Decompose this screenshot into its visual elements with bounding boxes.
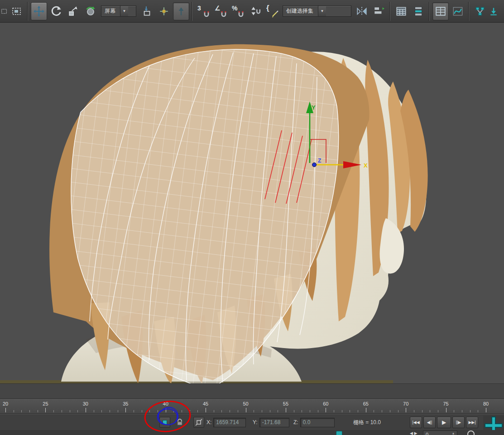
spinner-snap-toggle-icon[interactable]	[247, 2, 263, 20]
minor-tick	[414, 410, 414, 412]
x-coordinate-input[interactable]: 1659.714	[213, 418, 246, 427]
chevron-down-icon[interactable]: ▼	[318, 6, 326, 16]
major-tick	[86, 408, 86, 412]
y-coordinate-input[interactable]: -171.68	[259, 418, 289, 427]
rectangular-selection-region-icon[interactable]	[9, 2, 25, 20]
absolute-mode-group	[193, 414, 204, 430]
minor-tick	[278, 410, 278, 412]
ribbon-toggle-icon[interactable]	[432, 2, 449, 20]
frame-number-label: 75	[443, 401, 448, 406]
minor-tick	[182, 410, 182, 412]
circled-toggle-group	[159, 414, 170, 430]
frame-number-label: 80	[483, 401, 489, 406]
minor-tick	[173, 410, 174, 412]
key-step-arrows-icon[interactable]: ◀ ▶	[410, 431, 417, 435]
frame-number-label: 40	[163, 401, 168, 406]
grid-size-text: 栅格 = 10.0	[353, 419, 381, 426]
select-object-icon[interactable]	[0, 2, 8, 20]
minor-tick	[197, 410, 198, 412]
go-to-start-button[interactable]: |◀◀	[410, 417, 422, 428]
toolbar-separator	[192, 2, 193, 21]
main-toolbar: 屏幕 ▼ 3 ∠	[0, 0, 504, 23]
grid-size-group: 栅格 = 10.0	[353, 414, 381, 430]
frame-number-label: 70	[403, 401, 408, 406]
minor-tick	[238, 410, 238, 412]
select-and-scale-tool[interactable]	[65, 2, 82, 20]
major-tick	[45, 408, 46, 412]
minor-tick	[53, 410, 54, 412]
major-tick	[5, 408, 6, 412]
auto-key-partial-icon[interactable]	[336, 431, 342, 435]
edit-named-selection-sets-icon[interactable]: {	[264, 2, 280, 20]
select-and-rotate-tool[interactable]	[48, 2, 64, 20]
render-setup-icon[interactable]	[489, 2, 498, 20]
frame-number-label: 55	[283, 401, 288, 406]
minor-tick	[134, 410, 134, 412]
minor-tick	[190, 410, 190, 412]
teal-square-icon	[163, 420, 167, 425]
z-coordinate-input[interactable]: 0.0	[300, 418, 335, 427]
scene-explorer-toggle-icon[interactable]	[393, 2, 409, 20]
minor-tick	[158, 410, 158, 412]
minor-tick	[374, 410, 374, 412]
mirror-icon[interactable]	[354, 2, 370, 20]
percent-snap-toggle-icon[interactable]: %	[230, 2, 246, 20]
minor-tick	[230, 410, 230, 412]
curve-editor-icon[interactable]	[450, 2, 466, 20]
current-frame-spinner[interactable]: 0 ▲▼	[423, 430, 457, 435]
set-key-square-toggle[interactable]	[159, 417, 170, 428]
minor-tick	[270, 410, 270, 412]
spinner-arrows-icon[interactable]: ▲▼	[452, 432, 455, 435]
next-frame-button[interactable]: ||▶	[452, 417, 465, 428]
select-and-manipulate-icon[interactable]	[156, 2, 172, 20]
select-and-move-tool[interactable]	[31, 2, 47, 20]
angle-snap-toggle-icon[interactable]: ∠	[212, 2, 229, 20]
keyboard-shortcut-override-toggle[interactable]	[173, 2, 189, 20]
frame-number-label: 20	[3, 401, 8, 406]
align-icon[interactable]	[371, 2, 387, 20]
coord-y-group: Y: -171.68	[253, 414, 289, 430]
coord-z-group: Z: 0.0	[293, 414, 335, 430]
minor-tick	[101, 410, 102, 412]
timeline-ruler[interactable]: 20253035404550556065707580	[0, 398, 504, 414]
track-bar[interactable]	[0, 383, 504, 398]
absolute-mode-toggle[interactable]	[193, 417, 204, 428]
minor-tick	[254, 410, 254, 412]
selection-lock-group	[177, 414, 183, 430]
minor-tick	[94, 410, 94, 412]
layer-manager-icon[interactable]	[410, 2, 427, 20]
minor-tick	[350, 410, 350, 412]
minor-tick	[358, 410, 358, 412]
schematic-view-icon[interactable]	[472, 2, 488, 20]
minor-tick	[149, 410, 150, 412]
minor-tick	[390, 410, 390, 412]
minor-tick	[478, 410, 478, 412]
time-configuration-clock-icon[interactable]	[467, 430, 475, 435]
minor-tick	[21, 410, 22, 412]
reference-coordinate-ball-icon[interactable]	[82, 2, 99, 20]
viewport-scene: X Y Z	[0, 23, 504, 383]
minor-tick	[318, 410, 318, 412]
go-to-end-button[interactable]: ▶▶|	[466, 417, 478, 428]
use-pivot-point-center-icon[interactable]	[139, 2, 155, 20]
named-selection-set-value: 创建选择集	[286, 7, 313, 15]
gizmo-z-origin[interactable]	[312, 163, 317, 167]
snap-toggle-3d-icon[interactable]: 3	[195, 2, 211, 20]
chevron-down-icon[interactable]: ▼	[120, 6, 128, 16]
max-window: { "colors": { "accent_teal": "#2ab4ba", …	[0, 0, 504, 435]
minor-tick	[342, 410, 342, 412]
play-button[interactable]: ▶	[437, 417, 451, 428]
perspective-viewport[interactable]: X Y Z	[0, 23, 504, 383]
major-tick	[366, 408, 366, 412]
frame-number-label: 65	[363, 401, 369, 406]
minor-tick	[382, 410, 382, 412]
frame-number-label: 60	[323, 401, 328, 406]
minor-tick	[221, 410, 222, 412]
x-label: X:	[206, 419, 211, 425]
selection-lock-icon[interactable]	[177, 419, 183, 426]
toolbar-separator	[468, 2, 470, 21]
named-selection-set-dropdown[interactable]: 创建选择集 ▼	[283, 5, 351, 17]
frame-number-label: 45	[203, 401, 208, 406]
reference-coordinate-dropdown[interactable]: 屏幕 ▼	[101, 5, 136, 17]
previous-frame-button[interactable]: ◀||	[423, 417, 436, 428]
